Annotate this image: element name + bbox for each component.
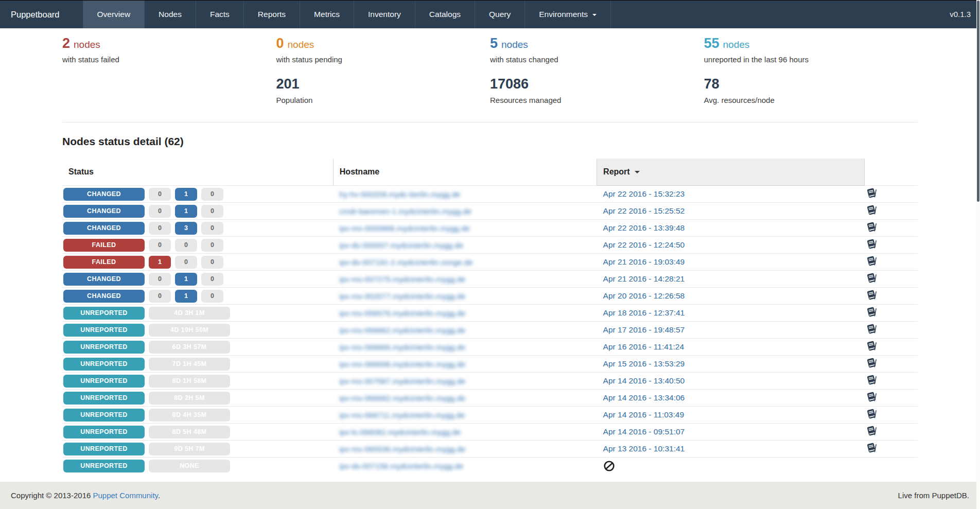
- status-badge: UNREPORTED: [63, 375, 145, 388]
- count-badge: 0: [201, 273, 223, 286]
- unreported-duration-badge: 8D 1H 58M: [149, 375, 230, 388]
- scrollbar-thumb[interactable]: [977, 1, 979, 202]
- stat-pending-unit: nodes: [288, 39, 314, 50]
- puppet-community-link[interactable]: Puppet Community: [93, 491, 158, 500]
- node-report-book-link[interactable]: [866, 239, 877, 251]
- node-report-book-link[interactable]: [866, 341, 877, 353]
- report-timestamp-link[interactable]: Apr 14 2016 - 13:40:50: [603, 376, 685, 385]
- node-report-book-link[interactable]: [866, 358, 877, 370]
- node-report-book-link[interactable]: [866, 273, 877, 285]
- navbar-brand[interactable]: Puppetboard: [0, 1, 71, 28]
- node-report-book-link[interactable]: [866, 375, 877, 387]
- tab-metrics[interactable]: Metrics: [300, 1, 354, 28]
- node-report-book-link[interactable]: [866, 324, 877, 336]
- column-header-status[interactable]: Status: [62, 159, 333, 186]
- book-icon: [866, 341, 877, 352]
- report-timestamp-link[interactable]: Apr 22 2016 - 15:32:23: [603, 189, 685, 198]
- book-icon: [866, 290, 877, 301]
- report-timestamp-link[interactable]: Apr 16 2016 - 11:41:24: [603, 342, 684, 351]
- node-report-book-link[interactable]: [866, 256, 877, 268]
- node-report-book-link[interactable]: [866, 443, 877, 455]
- table-row: FAILED000ipv-ds-000007.mydcinterlin.mygg…: [62, 237, 918, 254]
- table-row: CHANGED010cmdr-baremen-1.mydcinterlin.my…: [62, 203, 918, 220]
- report-timestamp-link[interactable]: Apr 22 2016 - 15:25:52: [603, 206, 685, 215]
- node-report-book-link[interactable]: [866, 392, 877, 404]
- column-header-actions[interactable]: [865, 159, 918, 186]
- column-header-report[interactable]: Report: [597, 159, 865, 186]
- tab-catalogs[interactable]: Catalogs: [415, 1, 475, 28]
- stats-panel: 2 nodes with status failed 0 nodes with …: [62, 36, 918, 104]
- hostname-link[interactable]: ipv-ms-0000866.mydcinterlin.mygg.de: [339, 224, 469, 233]
- hostname-link[interactable]: ipv-ms-007275.mydcinterlin.mygg.de: [339, 275, 465, 284]
- book-icon: [866, 239, 877, 250]
- node-report-book-link[interactable]: [866, 409, 877, 421]
- node-report-book-link[interactable]: [866, 188, 877, 200]
- tab-nodes[interactable]: Nodes: [144, 1, 196, 28]
- hostname-link[interactable]: ipv-ms-066696.mydcinterlin.mygg.de: [339, 360, 465, 368]
- node-report-book-link[interactable]: [866, 290, 877, 302]
- divider: [62, 122, 918, 122]
- status-badge: UNREPORTED: [63, 324, 145, 337]
- tab-facts[interactable]: Facts: [196, 1, 243, 28]
- tab-reports[interactable]: Reports: [243, 1, 300, 28]
- tab-overview[interactable]: Overview: [83, 1, 145, 28]
- hostname-link[interactable]: ipv-ms-065536.mydcinterlin.mygg.de: [339, 445, 465, 453]
- report-timestamp-link[interactable]: Apr 15 2016 - 13:53:29: [603, 359, 685, 368]
- hostname-link[interactable]: ipv-ds-007156.mydcinterlin.mygg.de: [339, 462, 463, 470]
- node-report-book-link[interactable]: [866, 205, 877, 217]
- stat-avg-label: Avg. resources/node: [704, 96, 918, 104]
- copyright-period: .: [158, 491, 160, 500]
- count-badge: 1: [175, 290, 197, 303]
- hostname-link[interactable]: ipv-ms-066662.mydcinterlin.mygg.de: [339, 326, 465, 335]
- node-report-book-link[interactable]: [866, 307, 877, 319]
- stat-unreported-value: 55: [704, 36, 720, 51]
- hostname-link[interactable]: ipv-ms-056076.mydcinterlin.mygg.de: [339, 309, 465, 318]
- stats-col-unreported: 55 nodes unreported in the last 96 hours…: [704, 36, 918, 104]
- tab-query[interactable]: Query: [475, 1, 524, 28]
- node-report-book-link[interactable]: [866, 222, 877, 234]
- report-timestamp-link[interactable]: Apr 22 2016 - 13:39:48: [603, 223, 685, 232]
- report-timestamp-link[interactable]: Apr 18 2016 - 12:37:41: [603, 308, 685, 317]
- stats-col-pending: 0 nodes with status pending 201 Populati…: [276, 36, 491, 104]
- node-report-book-link[interactable]: [866, 426, 877, 438]
- report-timestamp-link[interactable]: Apr 14 2016 - 11:03:49: [603, 410, 684, 419]
- report-timestamp-link[interactable]: Apr 13 2016 - 10:31:41: [603, 444, 685, 453]
- hostname-link[interactable]: ipv-ms-066711.mydcinterlin.mygg.de: [339, 411, 465, 419]
- report-timestamp-link[interactable]: Apr 14 2016 - 13:34:06: [603, 393, 685, 402]
- report-timestamp-link[interactable]: Apr 21 2016 - 14:28:21: [603, 274, 685, 283]
- report-timestamp-link[interactable]: Apr 20 2016 - 12:26:58: [603, 291, 685, 300]
- navbar-items: OverviewNodesFactsReportsMetricsInventor…: [83, 1, 611, 28]
- column-header-hostname[interactable]: Hostname: [333, 159, 597, 186]
- report-timestamp-link[interactable]: Apr 21 2016 - 19:03:49: [603, 257, 685, 266]
- hostname-link[interactable]: cmdr-baremen-1.mydcinterlin.mygg.de: [339, 207, 471, 216]
- hostname-link[interactable]: hy-hv-000209.mydc-berlin.mygg.de: [339, 190, 460, 199]
- hostname-link[interactable]: ipv-ms-066666.mydcinterlin.mygg.de: [339, 343, 465, 352]
- count-badge: 0: [149, 188, 171, 201]
- stat-avg-value: 78: [704, 76, 720, 92]
- hostname-link[interactable]: ipv-ms-066682.mydcinterlin.mygg.de: [339, 394, 465, 402]
- footer: Copyright © 2013-2016 Puppet Community. …: [0, 482, 980, 509]
- report-timestamp-link[interactable]: Apr 22 2016 - 12:24:50: [603, 240, 685, 249]
- hostname-link[interactable]: ipv-ds-000007.mydcinterlin.mygg.de: [339, 241, 463, 250]
- status-badge: UNREPORTED: [63, 443, 145, 455]
- count-badge: 1: [149, 256, 171, 269]
- table-row: UNREPORTED4D 3H 1Mipv-ms-056076.mydcinte…: [62, 305, 918, 322]
- stat-unreported-label: unreported in the last 96 hours: [704, 55, 918, 64]
- hostname-link[interactable]: ipv-ls-066082.mydcinterlin.mygg.de: [339, 428, 461, 436]
- table-row: CHANGED010ipv-ms-002077.mydcinterlin.myg…: [62, 288, 918, 305]
- stat-changed-value: 5: [490, 36, 498, 51]
- unreported-duration-badge: 7D 1H 45M: [149, 358, 230, 371]
- hostname-link[interactable]: ipv-ms-002077.mydcinterlin.mygg.de: [339, 292, 465, 301]
- tab-environments[interactable]: Environments: [524, 1, 611, 28]
- book-icon: [866, 256, 877, 267]
- version-label: v0.1.3: [940, 1, 980, 28]
- report-timestamp-link[interactable]: Apr 17 2016 - 19:48:57: [603, 325, 685, 334]
- count-badge: 0: [175, 256, 197, 269]
- report-timestamp-link[interactable]: Apr 14 2016 - 09:51:07: [603, 427, 685, 436]
- tab-inventory[interactable]: Inventory: [354, 1, 415, 28]
- stat-resources: 17086 Resources managed: [490, 76, 704, 104]
- scrollbar-track[interactable]: [976, 0, 980, 509]
- hostname-link[interactable]: ipv-ds-007191-2.mydcinterlin-zonge.de: [339, 258, 472, 267]
- table-row: CHANGED010hy-hv-000209.mydc-berlin.mygg.…: [62, 186, 918, 203]
- hostname-link[interactable]: ipv-ms-007587.mydcinterlin.mygg.de: [339, 377, 465, 385]
